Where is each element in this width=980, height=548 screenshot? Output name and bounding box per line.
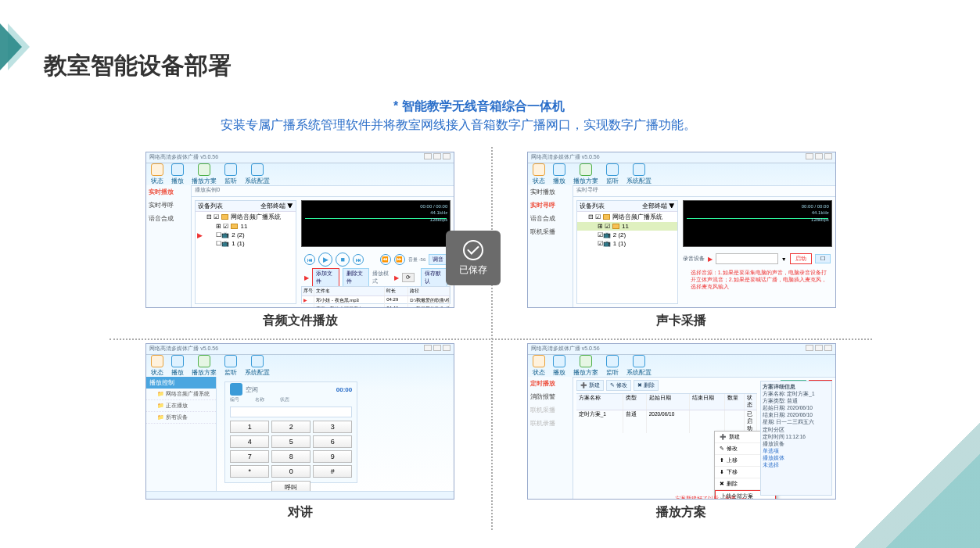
sidebar-item-scheduled[interactable]: 定时播放 [528,377,573,390]
all-terminals-dropdown[interactable]: 全部终端 ⯆ [260,202,293,210]
edit-plan-button[interactable]: ✎ 修改 [606,380,631,391]
all-terminals-dropdown[interactable]: 全部终端 ⯆ [642,202,675,210]
record-row: 录音设备 ▶ ▼ 启动 ☐ [683,250,832,267]
rew-button[interactable]: ⏪ [380,254,391,265]
tool-status[interactable]: 状态 [151,355,163,377]
info-link[interactable]: 播放媒体 [763,454,830,461]
info-link[interactable]: 单选项 [763,447,830,454]
tool-plan[interactable]: 播放方案 [573,163,598,185]
tool-play[interactable]: 播放 [171,163,184,185]
mode-toggle[interactable]: ⟳ [402,273,415,282]
tune-button[interactable]: 调音 [429,254,447,265]
instance-tab[interactable]: 播放实例0 [192,186,454,197]
tool-plan[interactable]: 播放方案 [192,163,217,185]
table-row[interactable]: 定时方案_1 普通 2020/06/10 已启动 [576,410,757,433]
col-seq: 序号 [302,287,314,295]
window-buttons[interactable] [804,153,832,162]
sidebar-item-realtime-page[interactable]: ▶实时寻呼 [528,199,573,212]
col-plan-type: 类型 [623,394,647,410]
tool-status[interactable]: 状态 [151,163,163,185]
key-6[interactable]: 6 [313,435,352,448]
key-hash[interactable]: # [313,465,352,478]
table-row[interactable]: ▶费玉 - 我的大哥是李白.mp304:46D:\我最爱的歌曲\经... [302,305,450,308]
sidebar-item-realtime-play[interactable]: 实时播放 [528,185,573,199]
sidebar-item-fire-alarm[interactable]: 消防报警 [528,390,573,403]
tree-child[interactable]: ⊞ ☑11 [196,222,296,231]
tool-status[interactable]: 状态 [533,163,545,185]
col-plan-end: 结束日期 [690,394,725,410]
list-item[interactable]: 网络音频广播系统 [146,389,216,400]
list-item[interactable]: 正在播放 [146,400,216,412]
info-line: 定时时间 11:12:16 [763,433,830,440]
intercom-status: 空闲 [246,385,258,394]
ff-button[interactable]: ⏩ [394,254,405,265]
new-plan-button[interactable]: ➕ 新建 [576,380,604,391]
window-buttons[interactable] [422,153,451,162]
key-8[interactable]: 8 [271,450,311,463]
prev-button[interactable]: ⏮ [304,254,315,265]
add-file-button[interactable]: 添加文件 [312,268,339,287]
key-2[interactable]: 2 [271,421,311,433]
intercom-sidebar: 播放控制 网络音频广播系统 正在播放 所有设备 [146,377,217,499]
status-bar [146,491,454,499]
tool-config[interactable]: 系统配置 [245,355,270,377]
tool-config[interactable]: 系统配置 [626,355,652,377]
sidebar-item-record[interactable]: 联机录播 [528,417,573,430]
stop-button[interactable]: ■ [336,253,350,267]
list-item[interactable]: 所有设备 [146,412,216,424]
key-star[interactable]: * [230,465,269,478]
sidebar-item-tts[interactable]: ▶语音合成 [528,212,573,225]
record-start-button[interactable]: 启动 [790,253,812,264]
tree-child[interactable]: ☑📺1 (1) [577,239,677,248]
del-file-button[interactable]: 删除文件 [343,268,369,287]
next-button[interactable]: ⏭ [353,254,364,265]
volume-label: 音量 -56 [408,256,425,263]
window-title: 网络高清多媒体广播 v5.0.56 [149,345,218,353]
tree-child[interactable]: ⊞ ☑11 [577,222,677,231]
tool-config[interactable]: 系统配置 [245,163,270,185]
tree-child[interactable]: ☑📺2 (2) [577,231,677,239]
record-tip: 选择音源：1.如果是要采集电脑的声音，电脑录音设备打开立体声混音；2.如果是要喊… [691,269,827,290]
key-7[interactable]: 7 [230,450,269,463]
instance-tab[interactable]: 实时寻呼 [573,186,835,197]
key-9[interactable]: 9 [313,450,352,463]
tree-child[interactable]: ☐📺1 (1) [196,239,296,248]
del-plan-button[interactable]: ✖ 删除 [634,380,659,391]
sidebar-item-capture[interactable]: 联机采播 [528,403,573,417]
tool-monitor[interactable]: 监听 [606,163,619,185]
tree-child[interactable]: ▶☐📺2 (2) [196,231,296,239]
tool-monitor[interactable]: 监听 [224,355,237,377]
cell-audio-play: 网络高清多媒体广播 v5.0.56 状态 播放 播放方案 监听 系统配置 实时播… [109,147,491,338]
window-buttons[interactable] [422,345,451,353]
tool-status[interactable]: 状态 [533,355,545,377]
sidebar-item-realtime-play[interactable]: 实时播放 [146,185,191,199]
tool-play[interactable]: 播放 [553,355,565,377]
key-3[interactable]: 3 [313,421,352,433]
key-5[interactable]: 5 [271,435,311,448]
play-mode-label: 播放模式 [372,270,391,285]
tool-plan[interactable]: 播放方案 [192,355,217,377]
table-row[interactable]: ▶邓小姐 - 夜色黑.mp304:29D:\我最爱的歌曲\经... [302,296,450,305]
tool-play[interactable]: 播放 [171,355,184,377]
sidebar-item-tts[interactable]: 语音合成 [146,212,191,225]
tool-monitor[interactable]: 监听 [224,163,237,185]
record-device-select[interactable] [716,253,778,264]
tree-root[interactable]: ⊟ ☑网络音频广播系统 [577,212,677,222]
sidebar-item-capture[interactable]: 联机采播 [528,225,573,238]
window-buttons[interactable] [804,345,832,353]
tool-play[interactable]: 播放 [553,163,565,185]
tool-plan[interactable]: 播放方案 [573,355,598,377]
key-1[interactable]: 1 [230,421,269,433]
tool-config[interactable]: 系统配置 [626,163,652,185]
save-default-button[interactable]: 保存默认 [421,268,447,287]
play-button[interactable]: ▶ [318,253,332,267]
tree-root[interactable]: ⊟ ☑网络音频广播系统 [196,212,296,222]
app-window-audio-play: 网络高清多媒体广播 v5.0.56 状态 播放 播放方案 监听 系统配置 实时播… [145,152,454,308]
info-link[interactable]: 未选择 [763,461,830,468]
waveform-viewer: 00:00 / 00:00 44.1kHz 128kbps [683,200,832,247]
sidebar-item-realtime-page[interactable]: ▶实时寻呼 [146,199,191,212]
record-settings-button[interactable]: ☐ [815,254,831,263]
key-4[interactable]: 4 [230,435,269,448]
key-0[interactable]: 0 [271,465,311,478]
tool-monitor[interactable]: 监听 [606,355,619,377]
